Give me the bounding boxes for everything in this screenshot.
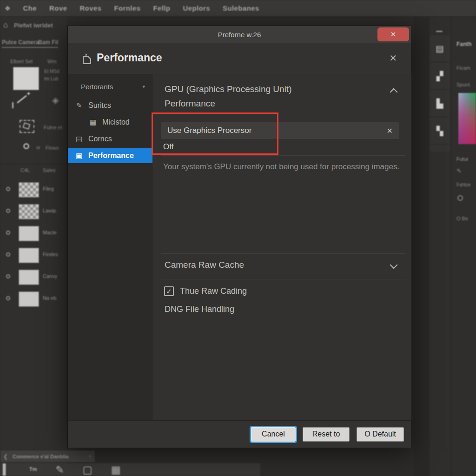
- reset-button[interactable]: Reset to: [303, 427, 350, 442]
- menu-item-0[interactable]: Che: [23, 4, 37, 12]
- window-close-button[interactable]: ✕: [377, 27, 409, 41]
- color-picker-gradient[interactable]: [458, 93, 476, 144]
- raw-cache-checkbox[interactable]: ✓: [164, 286, 174, 296]
- use-graphics-processor-field[interactable]: Use Graphics Procersor ✕: [161, 122, 399, 139]
- layer-visibility-icon[interactable]: [6, 296, 10, 300]
- dialog-title-bar[interactable]: Preforne w.26: [68, 26, 411, 43]
- dng-file-handling-label: DNG File Handling: [165, 304, 234, 314]
- right-panel-label-6: O Be: [456, 216, 468, 221]
- menu-item-4[interactable]: Fellp: [153, 4, 170, 12]
- right-panel-label-2: Ficam: [456, 65, 470, 71]
- layer-thumbnail[interactable]: [19, 270, 39, 285]
- layer-visibility-icon[interactable]: [6, 252, 10, 257]
- menu-item-3[interactable]: Fornles: [114, 4, 140, 12]
- menu-item-6[interactable]: Sulebanes: [223, 4, 259, 12]
- clear-field-icon[interactable]: ✕: [387, 126, 393, 135]
- gpu-description: Your system's GPU currently not being us…: [163, 160, 401, 174]
- default-button[interactable]: O Default: [357, 427, 404, 442]
- sidebar-item-label: Corncs: [88, 135, 112, 143]
- layer-row[interactable]: Na eb: [0, 291, 67, 309]
- menu-item-5[interactable]: Ueplors: [183, 4, 210, 12]
- layer-thumbnail[interactable]: [19, 291, 39, 307]
- right-panel-label-3: Spunt: [456, 82, 470, 87]
- right-panel-label-5: Fahtse: [456, 182, 471, 187]
- layer-row[interactable]: Macte: [0, 225, 67, 244]
- list-icon: ▤: [74, 135, 84, 143]
- dock-label: Tm: [29, 465, 37, 472]
- panel-icon-layers[interactable]: ▤: [430, 35, 450, 62]
- layer-label: Findes: [43, 251, 58, 257]
- gpu-section-title: GPU (Graphics Processing Unit): [165, 84, 291, 94]
- dock-icon-image[interactable]: ▦: [111, 465, 121, 475]
- dropdown-label: Pertorants: [81, 83, 113, 91]
- sidebar-item-label: Performance: [88, 152, 134, 160]
- panel-divider: [451, 17, 451, 476]
- preferences-sidebar: Pertorants ▾ ✎ Suritcs ▦ Micistod ▤ Corn…: [68, 74, 152, 420]
- camera-raw-cache-title: Camera Raw Cache: [165, 260, 244, 270]
- sidebar-item-label: Micistod: [102, 118, 130, 126]
- layer-visibility-icon[interactable]: [6, 187, 10, 191]
- dialog-header: Performance ✕: [68, 43, 411, 74]
- brush-icon[interactable]: ✎: [456, 167, 462, 174]
- dock-icon-pen[interactable]: ✎: [55, 465, 64, 475]
- layer-label: Lawip: [43, 208, 56, 213]
- panel-icon-strip: ▤ ▞ ▙ ▚: [430, 35, 450, 152]
- layer-thumbnail[interactable]: [19, 226, 39, 241]
- sidebar-item-corncs[interactable]: ▤ Corncs: [68, 132, 152, 146]
- panel-drag-handle[interactable]: [436, 31, 443, 32]
- dock-icon-frame[interactable]: ▢: [83, 465, 93, 475]
- layer-visibility-icon[interactable]: [6, 274, 10, 278]
- sidebar-category-dropdown[interactable]: Pertorants ▾: [68, 79, 152, 93]
- home-icon[interactable]: ⌂: [3, 20, 8, 30]
- bottom-status-bar[interactable]: ❮ Commerce e'al Danblia ▾: [0, 450, 95, 463]
- dock-icon-bar[interactable]: ▍: [3, 465, 11, 475]
- left-panel-subheader-2: Wm: [47, 59, 57, 64]
- layer-row[interactable]: Lawip: [0, 203, 67, 222]
- performance-doc-icon: [82, 53, 92, 66]
- shape-tool-icon[interactable]: [457, 195, 463, 201]
- tab-camera[interactable]: Pulce Camera: [2, 39, 39, 48]
- layer-row[interactable]: Fileg: [0, 181, 67, 200]
- grid-icon: ▦: [88, 118, 98, 126]
- layer-row[interactable]: Findes: [0, 247, 67, 265]
- menu-item-1[interactable]: Rove: [49, 4, 67, 12]
- tab-file[interactable]: Bam Fil: [38, 39, 58, 48]
- panel-icon-adjustments[interactable]: ▚: [430, 118, 450, 145]
- swatch-caption-1: Et MSd: [44, 69, 60, 74]
- circle-tool-caption: or: [36, 145, 40, 150]
- content-divider: [161, 279, 405, 279]
- panel-icon-paths[interactable]: ▙: [430, 90, 450, 117]
- field-value: Use Graphics Procersor: [167, 126, 251, 135]
- diamond-tool-icon[interactable]: ◈: [52, 95, 59, 106]
- right-panel-title: Fanth: [456, 41, 472, 47]
- sidebar-item-suritcs[interactable]: ✎ Suritcs: [68, 98, 152, 113]
- left-panel-title: Plefwt iwrldet: [14, 22, 53, 29]
- left-panel: ⌂ Plefwt iwrldet Pulce Camera Bam Fil El…: [0, 17, 67, 476]
- gpu-section-subtitle: Performance: [165, 99, 215, 109]
- layer-visibility-icon[interactable]: [6, 231, 10, 235]
- sidebar-item-performance[interactable]: ▣ Performance: [68, 148, 156, 163]
- layer-thumbnail[interactable]: [19, 182, 39, 198]
- gpu-status-value: Off: [163, 142, 173, 152]
- dialog-close-icon[interactable]: ✕: [389, 53, 397, 64]
- dialog-header-title: Performance: [97, 52, 162, 64]
- status-dropdown-icon[interactable]: ▾: [89, 454, 91, 459]
- right-panel-label-4: Futur: [456, 156, 469, 162]
- layer-thumbnail[interactable]: [19, 248, 39, 263]
- sidebar-item-micistod[interactable]: ▦ Micistod: [68, 115, 152, 130]
- pen-icon: ✎: [74, 101, 84, 110]
- cancel-button[interactable]: Cancel: [251, 427, 296, 442]
- layer-row[interactable]: Canvy: [0, 269, 67, 287]
- layer-visibility-icon[interactable]: [6, 209, 10, 213]
- menu-item-2[interactable]: Roves: [79, 4, 101, 12]
- layer-label: Fileg: [43, 186, 54, 192]
- color-swatch[interactable]: [13, 67, 39, 90]
- content-divider: [161, 253, 405, 254]
- panel-icon: ▣: [74, 152, 84, 160]
- magic-wand-icon[interactable]: [17, 95, 27, 103]
- panel-icon-channels[interactable]: ▞: [430, 63, 450, 90]
- layer-thumbnail[interactable]: [19, 204, 39, 219]
- menu-bar: ❖ Che Rove Roves Fornles Fellp Ueplors S…: [0, 0, 476, 17]
- circle-tool-icon[interactable]: [23, 143, 29, 149]
- back-arrow-icon[interactable]: ❮: [3, 453, 8, 460]
